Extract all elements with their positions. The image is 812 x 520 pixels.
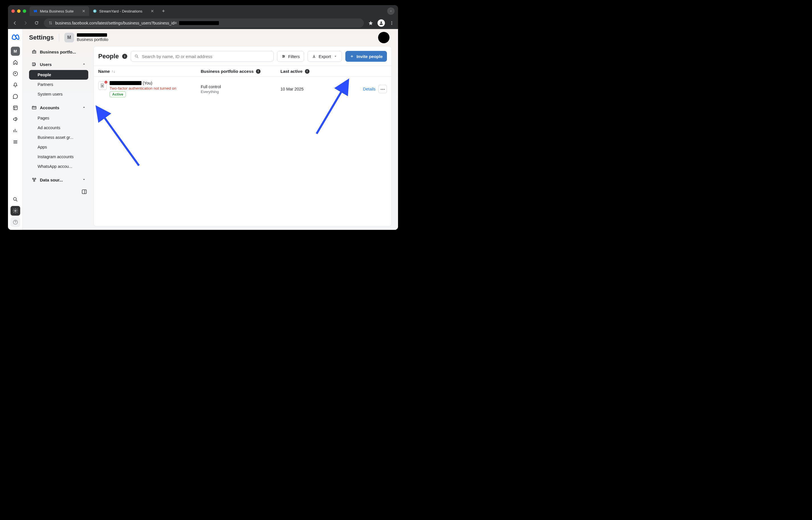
caret-down-icon — [333, 54, 338, 59]
column-access[interactable]: Business portfolio access i — [201, 69, 280, 74]
tab-label: StreamYard - Destinations — [99, 9, 143, 14]
info-icon[interactable]: i — [256, 69, 261, 74]
card-toolbar: People i Filters — [94, 46, 392, 66]
plus-icon — [350, 54, 354, 59]
rail-home[interactable] — [10, 57, 20, 67]
meta-icon — [33, 9, 38, 14]
rail-settings[interactable] — [10, 206, 20, 216]
sidebar-item-whatsapp-accounts[interactable]: WhatsApp accou... — [29, 162, 88, 171]
titlebar: Meta Business Suite ✕ StreamYard - Desti… — [8, 5, 398, 17]
briefcase-icon — [31, 49, 37, 55]
column-name[interactable]: Name ↑↓ — [98, 69, 201, 74]
svg-point-17 — [283, 57, 283, 57]
maximize-window-button[interactable] — [23, 9, 26, 13]
svg-point-19 — [102, 85, 103, 86]
sidebar-business-portfolio[interactable]: Business portfo... — [29, 46, 88, 57]
svg-point-1 — [380, 21, 382, 23]
meta-logo[interactable] — [10, 32, 21, 42]
rail-search[interactable] — [10, 194, 20, 204]
account-avatar[interactable] — [378, 32, 390, 43]
svg-point-16 — [284, 56, 285, 57]
details-link[interactable]: Details — [363, 87, 375, 91]
filters-button[interactable]: Filters — [277, 51, 304, 62]
sidebar-item-ad-accounts[interactable]: Ad accounts — [29, 123, 88, 133]
filters-icon — [281, 54, 286, 59]
site-settings-icon[interactable] — [48, 21, 53, 26]
rail-all-tools[interactable] — [10, 137, 20, 147]
sidebar-label: Business portfo... — [40, 50, 76, 54]
accounts-icon — [31, 105, 37, 110]
profile-button[interactable] — [377, 19, 385, 27]
portfolio-avatar: M — [64, 33, 74, 43]
button-label: Invite people — [356, 54, 383, 59]
table-row[interactable]: ⦸ (You) Two-factor authentication not tu… — [94, 77, 392, 101]
sidebar-item-people[interactable]: People — [29, 70, 88, 80]
svg-point-2 — [392, 21, 392, 22]
address-bar[interactable]: business.facebook.com/latest/settings/bu… — [44, 19, 364, 28]
tab-meta-business-suite[interactable]: Meta Business Suite ✕ — [30, 6, 89, 16]
tab-streamyard[interactable]: StreamYard - Destinations ✕ — [89, 6, 158, 16]
rail-ads[interactable] — [10, 114, 20, 124]
last-active: 10 Mar 2025 — [280, 87, 303, 91]
warning-badge-icon: ⦸ — [104, 80, 108, 84]
svg-rect-13 — [82, 190, 87, 193]
redacted-portfolio-name — [77, 33, 107, 37]
sidebar-item-pages[interactable]: Pages — [29, 113, 88, 123]
close-tab-button[interactable]: ✕ — [150, 9, 154, 13]
workspace: Settings M Business portfolio — [23, 29, 398, 230]
sidebar-data-sources-header[interactable]: Data sour... — [29, 174, 88, 185]
sort-icon: ↑↓ — [112, 69, 115, 73]
minimize-window-button[interactable] — [17, 9, 21, 13]
streamyard-icon — [93, 9, 97, 14]
close-window-button[interactable] — [11, 9, 15, 13]
portfolio-switcher[interactable]: M — [11, 47, 20, 56]
portfolio-selector[interactable]: M Business portfolio — [64, 33, 108, 43]
collapse-sidebar-button[interactable] — [81, 189, 87, 194]
button-label: Filters — [288, 54, 300, 59]
rail-insights[interactable] — [10, 126, 20, 135]
rail-compass[interactable] — [10, 69, 20, 79]
search-input[interactable] — [142, 54, 270, 59]
sidebar-item-instagram-accounts[interactable]: Instagram accounts — [29, 152, 88, 162]
bookmark-button[interactable] — [368, 20, 373, 26]
sidebar-item-system-users[interactable]: System users — [29, 89, 88, 99]
sidebar-item-business-asset-groups[interactable]: Business asset gr... — [29, 133, 88, 142]
url-text: business.facebook.com/latest/settings/bu… — [55, 21, 177, 25]
back-button[interactable] — [11, 20, 18, 26]
sidebar-item-partners[interactable]: Partners — [29, 80, 88, 89]
forward-button[interactable] — [22, 20, 29, 26]
export-button[interactable]: Export — [307, 51, 342, 62]
invite-people-button[interactable]: Invite people — [345, 51, 387, 62]
divider — [59, 33, 59, 42]
table-header: Name ↑↓ Business portfolio access i Last… — [94, 66, 392, 77]
svg-point-14 — [135, 55, 138, 57]
svg-point-12 — [33, 180, 35, 182]
search-icon — [134, 54, 139, 59]
rail-notifications[interactable] — [10, 80, 20, 90]
header-strip: Settings M Business portfolio — [23, 29, 398, 46]
rail-content[interactable] — [10, 103, 20, 113]
row-actions-button[interactable]: ⋯ — [378, 85, 387, 93]
search-field[interactable] — [131, 51, 274, 62]
new-tab-button[interactable]: + — [159, 7, 167, 15]
page-content: M — [8, 29, 398, 230]
svg-point-8 — [15, 210, 16, 212]
sidebar-users-header[interactable]: Users — [29, 59, 88, 70]
column-last-active[interactable]: Last active i — [280, 69, 329, 74]
svg-point-3 — [392, 23, 392, 23]
info-icon[interactable]: i — [122, 54, 127, 59]
sidebar-item-apps[interactable]: Apps — [29, 142, 88, 152]
users-icon — [31, 61, 37, 67]
card-title: People — [98, 53, 119, 60]
browser-menu-button[interactable] — [389, 20, 395, 26]
redacted-url-segment — [179, 21, 219, 25]
sidebar-accounts-header[interactable]: Accounts — [29, 102, 88, 113]
info-icon[interactable]: i — [305, 69, 310, 74]
rail-inbox[interactable] — [10, 92, 20, 101]
people-card: People i Filters — [93, 46, 392, 227]
rail-help[interactable] — [10, 217, 20, 227]
status-badge: Active — [109, 91, 126, 97]
close-tab-button[interactable]: ✕ — [82, 9, 86, 13]
tab-overflow-button[interactable] — [387, 7, 395, 15]
reload-button[interactable] — [33, 20, 40, 26]
